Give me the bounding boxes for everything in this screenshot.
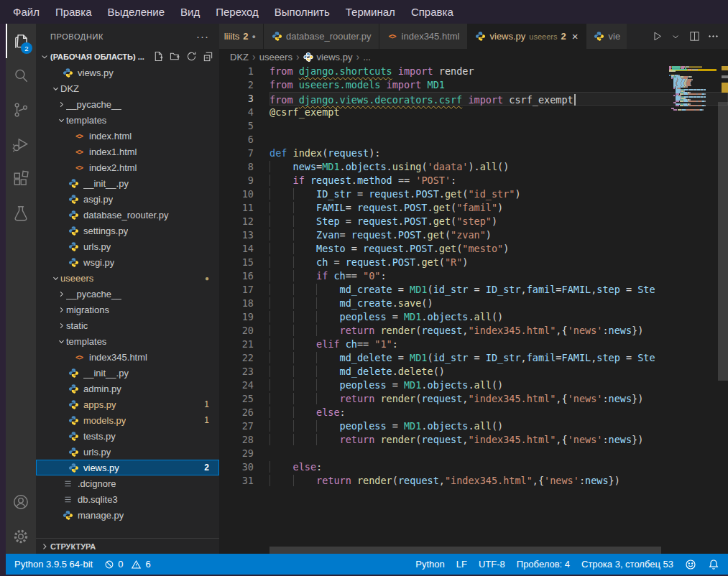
status-encoding[interactable]: UTF-8 [479,559,505,570]
account-icon[interactable] [6,485,36,519]
tree-item[interactable]: .dcignore [36,475,219,491]
vertical-scrollbar[interactable] [718,65,728,554]
tree-item[interactable]: templates [36,112,219,128]
menu-item[interactable]: Вид [173,4,207,20]
tab-views-py[interactable]: views.pyuseeers2× [468,24,586,49]
warning-icon [131,559,142,570]
tree-item[interactable]: __init__.py [36,175,219,191]
explorer-icon[interactable]: 2 [6,24,36,58]
menu-item[interactable]: Справка [404,4,461,20]
workspace-section-header[interactable]: (РАБОЧАЯ ОБЛАСТЬ) ... [36,49,219,65]
tree-item[interactable]: manage.py [36,507,219,523]
horizontal-scrollbar-thumb[interactable] [269,547,661,554]
breadcrumb-item[interactable]: useeers [259,52,292,62]
menu-item[interactable]: Выделение [101,4,172,20]
extensions-icon[interactable] [6,162,36,196]
refresh-icon[interactable] [186,51,197,63]
outline-title: СТРУКТУРА [50,542,96,551]
collapse-all-icon[interactable] [203,51,213,63]
tree-item[interactable]: migrations [36,302,219,317]
menu-item[interactable]: Терминал [338,4,402,20]
menu-item[interactable]: Правка [48,4,99,20]
code-editor[interactable]: 1234567891011121314151617181920212223242… [219,65,728,554]
tab-liiits[interactable]: liiits2● [219,24,264,49]
modified-dot: ● [252,33,256,40]
tree-item[interactable]: useeers● [36,270,219,286]
breadcrumb-separator: › [252,51,256,62]
tree-item[interactable]: admin.py [36,381,219,396]
status-eol[interactable]: LF [456,559,467,570]
line-number: 17 [219,283,254,297]
new-folder-icon[interactable] [170,51,180,63]
tab-index345-html[interactable]: <>index345.html [379,24,468,49]
tree-item[interactable]: tests.py [36,428,219,444]
minimap[interactable] [669,66,717,118]
tab-database-roouter-py[interactable]: database_roouter.py [264,24,379,49]
tree-item[interactable]: asgi.py [36,191,219,207]
run-dropdown-icon[interactable] [668,28,683,45]
status-language-mode[interactable]: Python [415,559,444,570]
tree-item[interactable]: __pycache__ [36,286,219,302]
tree-item[interactable]: <>index1.html [36,144,219,159]
tab-badge: 2 [243,31,248,42]
python-icon [68,367,79,378]
run-and-debug-icon[interactable] [6,127,36,162]
run-button[interactable] [649,28,665,45]
file-tree: views.pyDKZ__pycache__templates<>index.h… [36,65,219,538]
tree-item[interactable]: views.py2 [36,460,219,475]
line-number: 19 [219,310,254,324]
warning-count: 6 [145,559,150,570]
line-number: 8 [219,160,254,174]
line-number: 28 [219,433,254,447]
search-icon[interactable] [6,58,36,93]
python-interpreter[interactable]: Python 3.9.5 64-bit [14,559,93,570]
tree-item[interactable]: <>index345.html [36,349,219,365]
menu-item[interactable]: Файл [6,4,47,20]
split-editor-icon[interactable] [686,28,702,45]
tree-item[interactable]: templates [36,333,219,349]
settings-gear-icon[interactable] [6,519,36,554]
tree-item[interactable]: __pycache__ [36,96,219,112]
python-icon [68,414,79,426]
tree-item[interactable]: db.sqlite3 [36,491,219,507]
tree-item[interactable]: views.py [36,65,219,80]
tree-item[interactable]: wsgi.py [36,254,219,270]
explorer-more-actions-icon[interactable]: ··· [196,30,209,42]
breadcrumb-item[interactable]: ... [363,52,371,62]
breadcrumb-item[interactable]: views.py [303,52,353,62]
problems-indicator[interactable]: 0 6 [104,559,150,570]
tree-item[interactable]: __init__.py [36,365,219,381]
new-file-icon[interactable] [153,51,164,63]
breadcrumb-item[interactable]: DKZ [230,52,249,62]
tree-item[interactable]: <>index.html [36,128,219,144]
tab-vie[interactable]: vie [586,24,627,49]
code-line: else: [269,460,728,474]
status-cursor-position[interactable]: Строка 3, столбец 53 [581,559,673,570]
testing-icon[interactable] [6,196,36,231]
tree-item[interactable]: <>index2.html [36,159,219,175]
chevron-right-icon [56,290,66,298]
outline-section-header[interactable]: СТРУКТУРА [36,538,219,554]
tree-item[interactable]: static [36,317,219,333]
tree-item[interactable]: DKZ [36,80,219,96]
tree-item[interactable]: urls.py [36,238,219,254]
tab-badge: 2 [561,31,566,42]
source-control-icon[interactable] [6,93,36,127]
tree-item[interactable]: settings.py [36,223,219,238]
tree-item[interactable]: models.py1 [36,412,219,428]
html-icon: <> [73,162,85,173]
line-number: 26 [219,406,254,419]
feedback-icon[interactable] [685,559,696,570]
tree-item[interactable]: urls.py [36,444,219,460]
notifications-bell-icon[interactable] [708,559,719,570]
tree-item[interactable]: apps.py1 [36,396,219,412]
menu-item[interactable]: Переход [208,4,266,20]
more-actions-icon[interactable] [705,28,721,45]
status-indentation[interactable]: Пробелов: 4 [517,559,570,570]
menu-item[interactable]: Выполнить [267,4,337,20]
chevron-down-icon [50,85,60,93]
tree-item[interactable]: database_roouter.py [36,207,219,223]
line-number: 29 [219,447,254,460]
close-icon[interactable]: × [572,31,579,42]
vertical-scrollbar-thumb[interactable] [718,102,728,381]
